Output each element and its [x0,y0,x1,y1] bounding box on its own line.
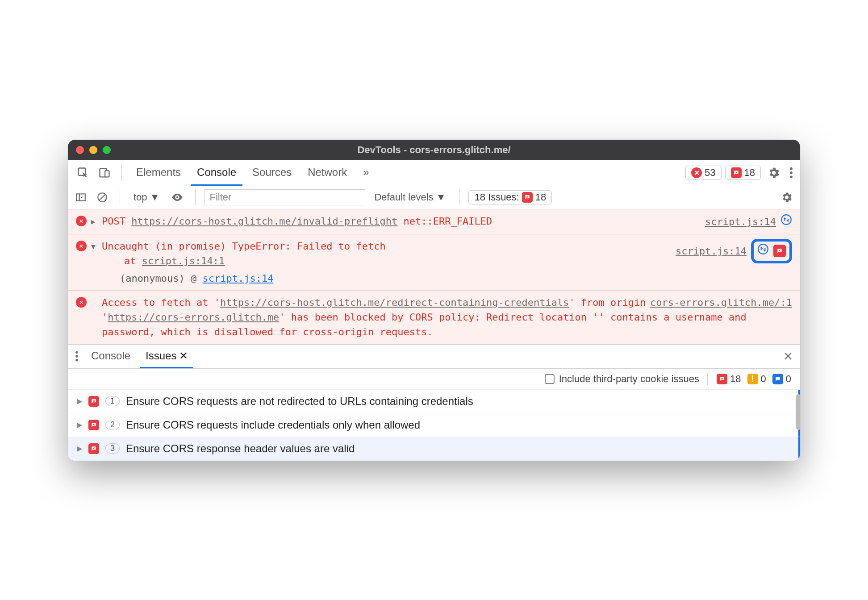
disclosure-open-icon[interactable]: ▼ [91,239,97,252]
svg-point-9 [781,215,791,225]
maximize-window-button[interactable] [103,146,111,154]
svg-point-11 [75,351,78,354]
drawer-tab-label: Issues [146,350,176,362]
warning-issues-count[interactable]: ! 0 [747,373,766,385]
filter-input[interactable]: Filter [204,189,365,205]
text-segment: Access to fetch at ' [102,297,220,308]
error-count: 53 [705,167,715,179]
window-controls [76,146,111,154]
tabs-overflow-button[interactable]: » [357,160,375,186]
checkbox-label: Include third-party cookie issues [559,373,699,385]
console-output: ✕ ▶ POST https://cors-host.glitch.me/inv… [68,209,800,344]
stack-source-link[interactable]: script.js:14:1 [142,255,225,267]
filter-placeholder: Filter [209,192,231,203]
separator [121,165,122,181]
network-request-icon[interactable] [757,243,769,259]
warning-icon: ! [747,374,758,384]
context-selector[interactable]: top ▼ [129,190,164,205]
close-tab-icon[interactable]: ✕ [179,350,188,362]
issue-title: Ensure CORS response header values are v… [126,442,355,455]
message-body: cors-errors.glitch.me/:1 Access to fetch… [102,295,792,339]
error-icon: ✕ [691,167,702,178]
console-toolbar: top ▼ Filter Default levels ▼ 18 Issues:… [68,186,800,209]
error-code: net::ERR_FAILED [404,216,492,227]
issue-icon[interactable] [773,245,786,257]
count-text: 0 [786,373,791,385]
minimize-window-button[interactable] [89,146,97,154]
anonymous-label: (anonymous) @ [120,273,196,284]
issue-counts: 18 ! 0 0 [707,373,791,385]
stack-source-link[interactable]: script.js:14 [202,273,273,284]
inspect-element-icon[interactable] [74,164,92,182]
drawer-tab-console[interactable]: Console [86,345,136,368]
console-sidebar-toggle-icon[interactable] [72,189,89,206]
at-label: at [124,255,136,267]
http-method: POST [102,216,125,227]
source-link[interactable]: script.js:14 [705,214,776,229]
issues-summary-button[interactable]: 18 Issues: 18 [468,190,552,204]
issue-count: 18 [744,167,755,179]
scrollbar-thumb[interactable] [796,394,800,430]
drawer-more-icon[interactable] [72,348,81,365]
error-text: Uncaught (in promise) TypeError: Failed … [102,241,386,252]
separator [120,189,120,205]
tab-console[interactable]: Console [191,160,242,186]
more-icon[interactable] [787,164,796,182]
disclosure-closed-icon[interactable]: ▶ [91,214,97,227]
console-error-message[interactable]: ✕ ▼ Uncaught (in promise) TypeError: Fai… [68,234,800,291]
source-link[interactable]: script.js:14 [676,244,747,258]
source-link[interactable]: cors-errors.glitch.me/:1 [650,295,792,310]
issue-icon [88,443,99,454]
error-icon: ✕ [76,216,87,226]
issues-filter-bar: Include third-party cookie issues 18 ! 0… [68,369,800,390]
issues-count: 18 [535,192,546,203]
device-toggle-icon[interactable] [96,164,113,182]
origin-url[interactable]: https://cors-errors.glitch.me [108,312,279,323]
message-body: POST https://cors-host.glitch.me/invalid… [102,214,693,229]
issue-occurrences: 2 [105,420,120,430]
clear-console-icon[interactable] [94,189,111,206]
issue-row[interactable]: ▶ 3 Ensure CORS response header values a… [68,437,800,461]
svg-point-13 [75,359,78,361]
close-window-button[interactable] [76,146,84,154]
console-settings-icon[interactable] [778,188,796,206]
drawer-tab-issues[interactable]: Issues ✕ [140,345,193,368]
count-text: 0 [761,373,766,385]
console-error-message[interactable]: ✕ cors-errors.glitch.me/:1 Access to fet… [68,291,800,344]
info-issues-count[interactable]: 0 [772,373,791,385]
error-count-badge[interactable]: ✕ 53 [685,166,721,180]
levels-selector[interactable]: Default levels ▼ [370,190,450,205]
issue-icon [88,420,99,430]
tab-network[interactable]: Network [301,160,353,186]
svg-point-12 [75,355,78,357]
close-drawer-icon[interactable]: ✕ [780,347,796,366]
message-source: script.js:14 [668,239,792,263]
request-url[interactable]: https://cors-host.glitch.me/invalid-pref… [131,216,397,227]
tab-elements[interactable]: Elements [130,160,187,186]
include-third-party-checkbox[interactable]: Include third-party cookie issues [545,373,699,385]
issue-count-badge[interactable]: 18 [725,166,761,180]
issue-row[interactable]: ▶ 2 Ensure CORS requests include credent… [68,413,800,437]
blocked-url[interactable]: https://cors-host.glitch.me/redirect-con… [220,297,569,308]
drawer-tabstrip: Console Issues ✕ ✕ [68,345,800,369]
console-error-message[interactable]: ✕ ▶ POST https://cors-host.glitch.me/inv… [68,209,800,234]
issue-icon [522,192,533,203]
settings-icon[interactable] [764,163,783,182]
svg-point-5 [790,175,793,178]
issue-icon [731,167,742,178]
svg-point-10 [758,244,768,254]
svg-point-4 [790,171,793,174]
issue-icon [88,396,99,407]
tab-sources[interactable]: Sources [246,160,298,186]
count-text: 18 [730,373,741,385]
error-issues-count[interactable]: 18 [717,373,741,385]
issues-label: 18 Issues: [474,192,519,203]
network-request-icon[interactable] [780,214,792,229]
info-icon [772,374,783,384]
live-expression-icon[interactable] [168,188,186,206]
chevron-right-icon: ▶ [77,397,82,405]
chevron-right-icon: ▶ [77,421,82,429]
issue-row[interactable]: ▶ 1 Ensure CORS requests are not redirec… [68,390,800,413]
svg-point-8 [176,196,179,199]
error-icon: ✕ [76,241,87,251]
